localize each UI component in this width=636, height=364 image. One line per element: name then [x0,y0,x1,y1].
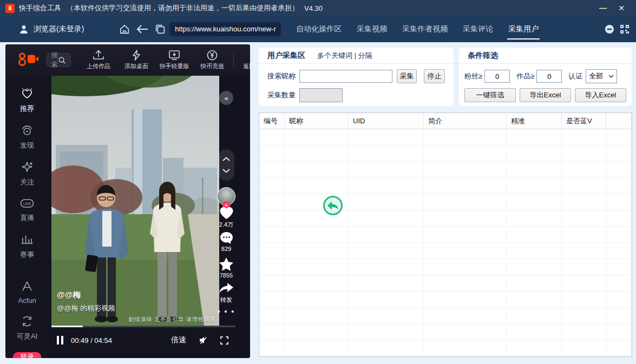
sidebar-item-recommend[interactable]: 推荐 [20,88,34,114]
app-title: 快手综合工具 [19,3,61,13]
table-header-col-2[interactable]: 昵称 [285,113,349,129]
video-caption: @@梅 的精彩视频 [57,303,115,313]
sidebar-item-discover[interactable]: 发现 [20,124,34,150]
player-action-lite-app[interactable]: 快手轻量版 [156,50,192,70]
export-excel-button[interactable]: 导出Excel [520,88,571,102]
address-bar[interactable]: https://www.kuaishou.com/new-r [169,22,281,36]
kuaishou-logo-icon [17,52,39,68]
sidebar-item-events[interactable]: 赛事 [20,234,34,260]
nav-tab-4[interactable]: 采集评论 [455,16,501,42]
prev-video-icon[interactable] [222,157,230,161]
table-row [259,292,632,308]
table-header-row: 编号昵称UID简介精准是否蓝V [259,113,632,129]
collect-button[interactable]: 采集 [397,69,417,83]
copy-pages-icon[interactable] [154,23,166,35]
filter-panel: 条件筛选 粉丝≥ 作品≥ 认证 全部 一键筛选 导出Excel 导入Excel [459,48,632,106]
minus-circle-icon[interactable] [605,24,614,34]
table-row [259,259,632,275]
sidebar-item-follow[interactable]: 关注 [20,161,34,187]
back-arrow-icon[interactable] [136,24,149,35]
nav-tab-3[interactable]: 采集作者视频 [395,16,455,42]
user-icon [18,24,29,35]
fans-label: 粉丝≥ [464,71,482,81]
video-nav-pill [218,149,234,181]
minimize-button[interactable]: — [594,0,612,16]
login-button[interactable]: 登录 [13,352,41,358]
mute-icon[interactable] [198,335,209,345]
close-button[interactable]: ✕ [612,0,631,16]
back-button[interactable] [323,196,343,215]
more-options-icon[interactable]: • • • [218,307,235,316]
events-icon [21,234,34,248]
pause-button[interactable] [57,336,63,345]
one-key-filter-button[interactable]: 一键筛选 [464,88,516,102]
sidebar-item-kling[interactable]: 可灵AI [17,315,37,341]
player-search-placeholder: 搜索 [51,51,58,69]
video-watermark: 剧情演绎 无不良引导 请理性观看 [51,316,216,323]
auth-select[interactable]: 全部 [586,69,617,83]
kuaishou-player-panel: 搜索 上传作品添加桌面快手轻量版快币充值返回旧版 推荐发现关注LIVE直播赛事A… [5,44,250,358]
player-search-box[interactable]: 搜索 [47,53,71,67]
works-label: 作品≥ [516,71,534,81]
discover-icon [21,124,34,138]
app-logo-icon: 8 [5,4,15,13]
search-icon [58,56,66,64]
nav-tab-2[interactable]: 采集视频 [349,16,395,42]
browser-status-label: 浏览器(未登录) [34,24,84,34]
acfun-icon [21,280,34,294]
filter-panel-title: 条件筛选 [468,51,498,61]
favorite-button[interactable]: 7855 [215,257,237,279]
chevron-down-icon [608,75,614,78]
video-author-name[interactable]: @@梅 [57,290,81,300]
video-frame[interactable]: @@梅 @@梅 的精彩视频 剧情演绎 无不良引导 请理性观看 [51,76,219,326]
player-action-return[interactable]: 返回旧版 [237,50,250,70]
table-header-col-7[interactable] [606,113,632,129]
table-header-col-6[interactable]: 是否蓝V [562,113,606,129]
next-video-icon[interactable] [222,169,230,173]
collect-panel-hint: 多个关键词 | 分隔 [317,51,372,61]
star-icon [219,257,233,271]
sidebar-item-live[interactable]: LIVE直播 [20,198,34,223]
app-version: V4.30 [304,4,323,12]
nav-tab-1[interactable]: 自动化操作区 [289,16,349,42]
table-header-col-1[interactable]: 编号 [259,113,285,129]
like-button[interactable]: 2.4万 [215,207,237,229]
fans-input[interactable] [484,70,510,83]
player-topbar-actions: 上传作品添加桌面快手轻量版快币充值返回旧版 [81,50,250,70]
svg-text:LIVE: LIVE [23,202,31,206]
table-header-col-5[interactable]: 精准 [507,113,562,129]
back-green-arrow-icon [327,201,338,210]
return-icon [250,50,250,61]
stop-button[interactable]: 停止 [424,69,445,83]
like-count: 2.4万 [219,221,233,229]
upload-icon [93,50,104,61]
table-row [259,129,632,145]
table-header-col-4[interactable]: 简介 [424,113,507,129]
fullscreen-icon[interactable] [220,336,229,345]
playback-speed-button[interactable]: 倍速 [171,335,186,345]
collapse-panel-icon[interactable]: « [219,91,233,105]
nav-tab-5[interactable]: 采集用户 [501,16,546,42]
works-input[interactable] [536,70,562,83]
share-button[interactable]: 转发 [215,283,237,304]
comment-button[interactable]: 829 [215,231,237,252]
nickname-input[interactable] [299,70,392,83]
home-icon[interactable] [119,23,130,35]
comment-icon [220,231,233,244]
player-action-upload[interactable]: 上传作品 [81,50,116,70]
player-action-coin[interactable]: 快币充值 [194,50,230,70]
table-header-col-3[interactable]: UID [349,113,424,129]
player-action-lightning[interactable]: 添加桌面 [119,50,154,70]
titlebar: 8 快手综合工具 （本软件仅供学习交流使用，请勿用于非法用途，一切后果由使用者承… [0,0,636,16]
lightning-icon [132,50,141,61]
share-label: 转发 [220,296,232,304]
navbar: 浏览器(未登录) https://www.kuaishou.com/new-r … [0,16,636,42]
lite-app-icon [168,50,180,61]
import-excel-button[interactable]: 导入Excel [575,88,626,102]
player-sidebar: 推荐发现关注LIVE直播赛事Acfun可灵AI登录更多 [5,76,49,358]
table-row [259,340,632,356]
follow-icon [21,161,34,175]
sidebar-item-acfun[interactable]: Acfun [18,280,36,305]
qr-code-icon[interactable] [620,24,630,34]
table-row [259,227,632,243]
